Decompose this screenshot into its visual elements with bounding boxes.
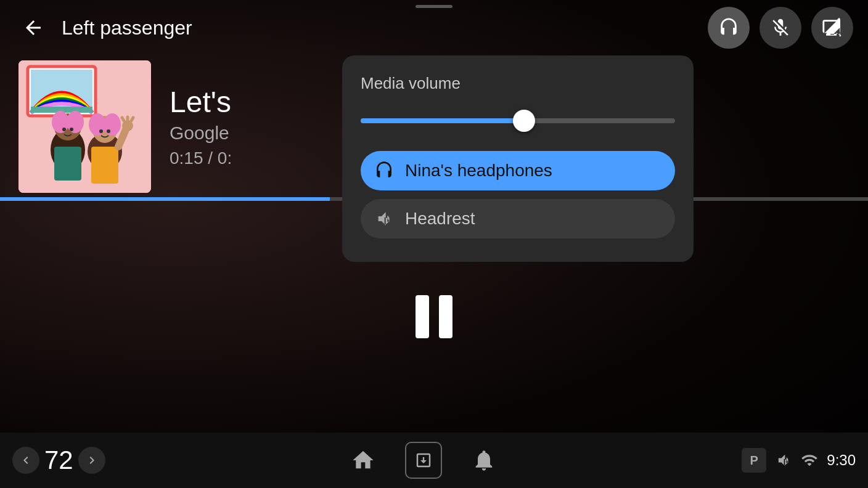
volume-popup: Media volume Nina's headphones Headrest xyxy=(342,55,694,262)
track-time: 0:15 / 0: xyxy=(170,148,232,168)
ninas-headphones-option[interactable]: Nina's headphones xyxy=(361,151,675,190)
screen-off-button[interactable] xyxy=(811,7,853,49)
top-bar: Left passenger xyxy=(0,0,868,55)
svg-point-17 xyxy=(107,129,110,133)
mic-off-button[interactable] xyxy=(760,7,801,49)
time-display: 9:30 xyxy=(827,452,856,469)
slider-track xyxy=(361,118,675,123)
volume-label: Media volume xyxy=(361,74,675,93)
svg-rect-11 xyxy=(54,147,81,181)
volume-slider[interactable] xyxy=(361,105,675,136)
svg-line-23 xyxy=(131,118,133,121)
headphones-icon xyxy=(374,161,394,181)
svg-point-8 xyxy=(67,111,84,133)
slider-thumb[interactable] xyxy=(513,110,535,132)
drag-handle[interactable] xyxy=(416,5,452,8)
svg-line-22 xyxy=(122,118,124,121)
headrest-option[interactable]: Headrest xyxy=(361,199,675,238)
bell-button[interactable] xyxy=(467,443,501,478)
progress-fill xyxy=(0,197,330,201)
temp-decrement-button[interactable] xyxy=(12,447,39,474)
pause-bar-right xyxy=(439,295,452,338)
temp-increment-button[interactable] xyxy=(78,447,105,474)
svg-point-10 xyxy=(70,128,73,131)
track-title: Let's xyxy=(170,85,232,119)
ninas-headphones-label: Nina's headphones xyxy=(405,161,552,181)
svg-point-16 xyxy=(99,129,103,133)
temperature-value: 72 xyxy=(44,445,73,475)
signal-icon xyxy=(801,452,818,469)
album-art xyxy=(18,60,151,193)
svg-rect-18 xyxy=(91,147,118,184)
collapse-button[interactable] xyxy=(405,442,442,479)
temperature-control: 72 xyxy=(12,445,105,475)
status-bar: P 9:30 xyxy=(742,448,856,473)
home-button[interactable] xyxy=(346,443,380,478)
p-badge: P xyxy=(742,448,766,473)
svg-point-7 xyxy=(52,111,69,133)
svg-point-15 xyxy=(104,113,121,136)
page-title: Left passenger xyxy=(62,17,708,39)
track-artist: Google xyxy=(170,123,232,144)
bottom-nav xyxy=(105,442,742,479)
volume-status-icon xyxy=(775,452,792,469)
top-icons xyxy=(708,7,853,49)
slider-fill xyxy=(361,118,524,123)
headrest-label: Headrest xyxy=(405,209,475,229)
pause-button[interactable] xyxy=(416,295,452,338)
pause-bar-left xyxy=(416,295,429,338)
bottom-bar: 72 P 9:30 xyxy=(0,433,868,488)
back-button[interactable] xyxy=(15,9,52,46)
headphones-button[interactable] xyxy=(708,7,750,49)
svg-point-9 xyxy=(62,128,66,131)
svg-point-14 xyxy=(89,113,106,136)
track-info: Let's Google 0:15 / 0: xyxy=(170,85,232,168)
speaker-icon xyxy=(374,209,394,229)
